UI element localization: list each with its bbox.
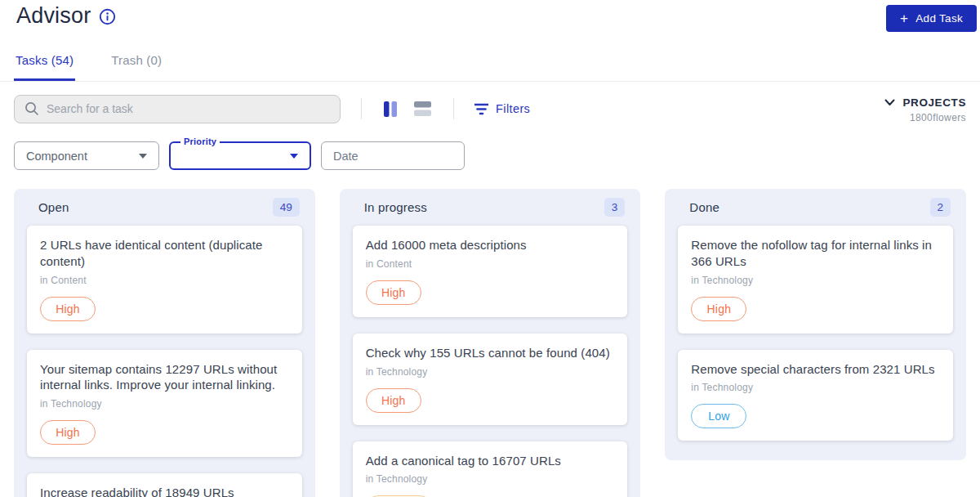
toolbar: Filters PROJECTS 1800flowers [0, 92, 980, 125]
task-title: Add 16000 meta descriptions [366, 237, 615, 253]
priority-badge: High [366, 280, 421, 305]
toolbar-divider [453, 98, 454, 119]
component-filter-label: Component [26, 150, 87, 163]
component-filter-select[interactable]: Component [14, 141, 159, 170]
column-title: Done [689, 200, 719, 214]
task-card[interactable]: Remove special characters from 2321 URLs… [678, 350, 953, 441]
column-count-badge: 3 [604, 198, 626, 217]
list-view-icon [414, 101, 431, 116]
page-title: Advisor [16, 3, 91, 29]
projects-label: PROJECTS [902, 96, 966, 109]
priority-badge: High [691, 297, 746, 321]
task-category: in Content [40, 275, 289, 286]
filter-row: Component Priority Date [0, 141, 980, 170]
column-open: Open 49 2 URLs have identical content (d… [14, 189, 315, 497]
priority-badge: High [40, 420, 96, 445]
kanban-view-button[interactable] [382, 100, 399, 119]
triangle-down-icon [290, 154, 298, 159]
tab-bar: Tasks (54) Trash (0) [0, 53, 980, 82]
task-category: in Technology [366, 366, 615, 378]
column-title: In progress [364, 200, 427, 214]
kanban-board: Open 49 2 URLs have identical content (d… [0, 189, 980, 497]
triangle-down-icon [139, 154, 147, 159]
task-category: in Technology [691, 382, 940, 393]
task-card[interactable]: Add a canonical tag to 16707 URLs in Tec… [353, 441, 628, 497]
priority-filter-label: Priority [180, 137, 220, 146]
add-task-label: Add Task [915, 12, 963, 25]
task-card[interactable]: Add 16000 meta descriptions in Content H… [353, 226, 628, 317]
task-title: Increase readability of 18949 URLs [40, 485, 289, 497]
column-in-progress: In progress 3 Add 16000 meta description… [340, 189, 641, 497]
page-header: Advisor + Add Task [0, 0, 980, 32]
task-card[interactable]: Check why 155 URLs cannot be found (404)… [353, 334, 628, 425]
priority-badge: Low [691, 404, 746, 428]
advisor-app: Advisor + Add Task Tasks (54) Trash (0) [0, 0, 980, 497]
date-filter-label: Date [333, 150, 359, 163]
task-title: Your sitemap contains 12297 URLs without… [40, 361, 289, 394]
tab-tasks[interactable]: Tasks (54) [14, 53, 75, 81]
priority-badge: High [366, 388, 421, 413]
filters-label: Filters [496, 102, 530, 115]
task-category: in Content [366, 258, 615, 270]
task-title: Add a canonical tag to 16707 URLs [366, 453, 615, 469]
search-box[interactable] [14, 95, 341, 123]
search-icon [24, 101, 39, 116]
task-category: in Technology [366, 473, 615, 485]
column-title: Open [38, 200, 69, 214]
tab-trash[interactable]: Trash (0) [109, 53, 163, 81]
priority-badge: High [40, 297, 96, 321]
search-input[interactable] [47, 102, 330, 115]
info-icon[interactable] [99, 8, 116, 25]
column-header: Done 2 [678, 189, 953, 226]
kanban-view-icon [384, 101, 398, 117]
filters-button[interactable]: Filters [474, 102, 530, 115]
column-header: Open 49 [27, 189, 302, 226]
current-project-name: 1800flowers [884, 112, 966, 123]
column-count-badge: 49 [273, 198, 300, 217]
date-filter-input[interactable]: Date [321, 141, 465, 170]
column-done: Done 2 Remove the nofollow tag for inter… [665, 189, 966, 460]
task-card[interactable]: Increase readability of 18949 URLs in Co… [27, 473, 302, 497]
chevron-down-icon [884, 99, 895, 106]
task-card[interactable]: 2 URLs have identical content (duplicate… [27, 226, 302, 334]
task-title: Check why 155 URLs cannot be found (404) [366, 345, 615, 361]
task-title: Remove special characters from 2321 URLs [691, 361, 940, 378]
add-task-button[interactable]: + Add Task [886, 5, 977, 32]
plus-icon: + [900, 13, 908, 24]
priority-filter-select[interactable]: Priority [169, 141, 311, 170]
column-header: In progress 3 [353, 189, 628, 226]
toolbar-divider [361, 98, 362, 119]
projects-selector[interactable]: PROJECTS 1800flowers [884, 95, 966, 123]
list-view-button[interactable] [412, 100, 433, 118]
column-count-badge: 2 [930, 198, 951, 217]
task-category: in Technology [40, 398, 289, 410]
filter-icon [474, 103, 488, 115]
task-card[interactable]: Your sitemap contains 12297 URLs without… [27, 350, 302, 458]
task-title: 2 URLs have identical content (duplicate… [40, 237, 289, 270]
task-title: Remove the nofollow tag for internal lin… [691, 237, 940, 270]
task-category: in Technology [691, 275, 940, 286]
task-card[interactable]: Remove the nofollow tag for internal lin… [678, 226, 953, 334]
